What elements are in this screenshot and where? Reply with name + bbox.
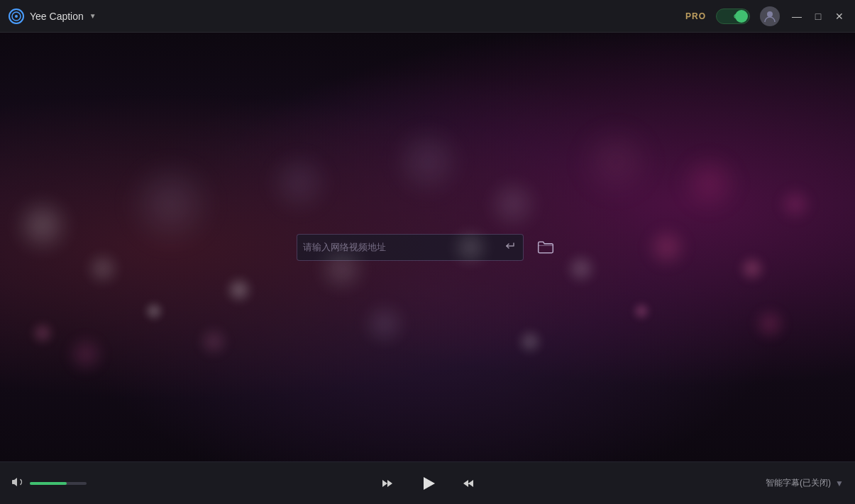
bokeh-circle: [128, 162, 214, 247]
caption-dropdown-arrow[interactable]: ▼: [835, 478, 844, 488]
url-input-area: [297, 234, 559, 261]
volume-bar-track[interactable]: [30, 482, 87, 485]
bokeh-circle: [14, 197, 71, 254]
play-button[interactable]: [415, 471, 441, 496]
bokeh-circle: [778, 186, 813, 222]
bokeh-circle: [566, 252, 597, 284]
menu-dropdown-arrow[interactable]: ▼: [89, 12, 96, 20]
window-controls: — □ ✕: [790, 9, 846, 23]
bokeh-circle: [267, 151, 331, 215]
app-icon: [9, 9, 24, 24]
bokeh-circle: [85, 251, 121, 286]
pro-badge: PRO: [685, 11, 706, 21]
title-bar: Yee Caption ▼ PRO OFF — □ ✕: [0, 0, 855, 33]
bokeh-circle: [738, 254, 766, 283]
app-title: Yee Caption: [30, 11, 84, 22]
close-button[interactable]: ✕: [832, 9, 846, 23]
volume-icon[interactable]: [11, 476, 24, 491]
caption-status: 智能字幕(已关闭) ▼: [766, 477, 844, 489]
user-avatar[interactable]: [760, 6, 780, 26]
bokeh-circle: [225, 276, 253, 304]
toggle-knob: [735, 10, 748, 23]
url-input-wrapper: [297, 234, 524, 261]
rewind-button[interactable]: [377, 473, 398, 494]
caption-status-text: 智能字幕(已关闭): [766, 477, 831, 489]
bokeh-circle: [362, 301, 408, 347]
volume-section: [11, 476, 87, 491]
pro-toggle[interactable]: OFF: [716, 9, 750, 24]
title-bar-left: Yee Caption ▼: [9, 9, 96, 24]
bokeh-circle: [31, 320, 55, 345]
bokeh-circle: [392, 126, 463, 197]
folder-open-button[interactable]: [532, 234, 559, 261]
bokeh-circle: [680, 152, 740, 213]
bokeh-circle: [517, 328, 544, 355]
main-content: [0, 33, 855, 461]
bottom-bar: 智能字幕(已关闭) ▼: [0, 461, 855, 504]
bokeh-circle: [143, 301, 165, 322]
bokeh-circle: [487, 178, 540, 231]
bokeh-circle: [66, 335, 105, 374]
bokeh-circle: [198, 325, 230, 357]
enter-icon[interactable]: [504, 240, 517, 255]
bokeh-circle: [577, 123, 655, 201]
bokeh-circle: [753, 307, 787, 341]
bokeh-circle: [631, 301, 651, 321]
maximize-button[interactable]: □: [811, 9, 825, 23]
volume-bar-fill: [30, 482, 67, 485]
fast-forward-button[interactable]: [458, 473, 479, 494]
title-bar-right: PRO OFF — □ ✕: [685, 6, 846, 26]
playback-controls: [377, 471, 479, 496]
svg-point-1: [15, 15, 18, 18]
url-input[interactable]: [303, 242, 504, 252]
bokeh-circle: [646, 226, 688, 269]
svg-point-2: [767, 11, 773, 17]
minimize-button[interactable]: —: [790, 9, 804, 23]
